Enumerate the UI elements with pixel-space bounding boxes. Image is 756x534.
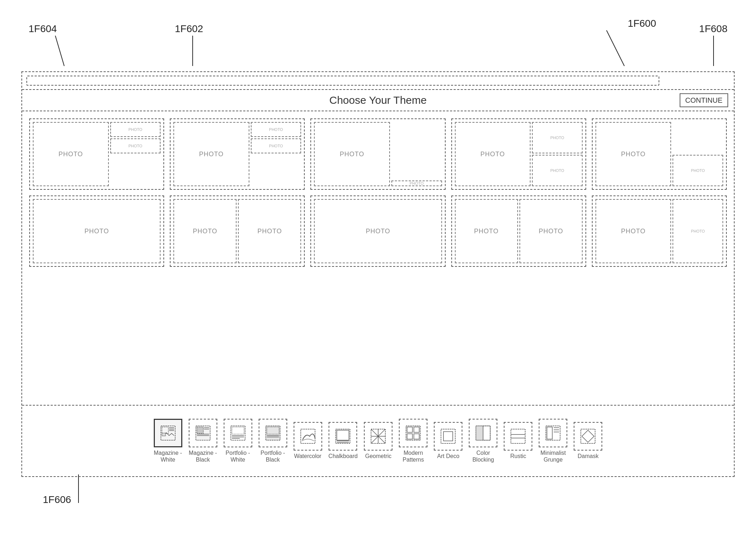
photo-main: PHOTO [455, 122, 531, 186]
photo-main: PHOTO [33, 199, 161, 263]
magazine-black-label: Magazine -Black [189, 449, 217, 463]
photo-small: PHOTO [110, 122, 161, 137]
photo-small: PHOTO [532, 155, 583, 186]
label-1F604: 1F604 [29, 23, 57, 35]
magazine-black-icon [189, 419, 217, 447]
continue-button[interactable]: CONTINUE [680, 93, 728, 107]
art-deco-svg [439, 427, 457, 445]
geometric-svg [369, 427, 387, 445]
watercolor-label: Watercolor [294, 453, 321, 459]
photo-small: PHOTO [391, 180, 442, 186]
chalkboard-svg [334, 427, 352, 445]
svg-rect-29 [336, 429, 350, 443]
art-deco-label: Art Deco [437, 453, 459, 459]
minimalist-grunge-svg [544, 424, 562, 442]
diagram-wrapper: Choose Your Theme CONTINUE PHOTO PHOTO P… [21, 71, 735, 477]
svg-rect-51 [546, 426, 560, 440]
watercolor-icon [294, 422, 322, 451]
modern-patterns-label: ModernPatterns [403, 449, 424, 463]
theme-card-r2-4[interactable]: PHOTO PHOTO [451, 195, 586, 267]
svg-rect-44 [443, 432, 453, 441]
photo-small: PHOTO [532, 122, 583, 153]
theme-item-portfolio-black[interactable]: Portfolio -Black [259, 419, 287, 463]
rustic-icon [504, 422, 532, 451]
theme-grid: PHOTO PHOTO PHOTO PHOTO PHOTO PHOTO [29, 118, 727, 267]
theme-item-magazine-white[interactable]: Magazine -White [154, 419, 182, 463]
theme-card-r1-3[interactable]: PHOTO PHOTO [310, 118, 445, 190]
theme-item-minimalist-grunge[interactable]: MinimalistGrunge [539, 419, 567, 463]
svg-rect-48 [511, 429, 525, 443]
photo-main: PHOTO [173, 122, 249, 186]
theme-item-geometric[interactable]: Geometric [364, 422, 392, 459]
portfolio-black-icon [259, 419, 287, 447]
label-1F608: 1F608 [699, 23, 727, 35]
photo-main: PHOTO [33, 122, 109, 186]
svg-line-2 [607, 30, 624, 66]
svg-rect-38 [406, 426, 420, 440]
minimalist-grunge-icon [539, 419, 567, 447]
photo-main: PHOTO [173, 199, 237, 263]
photo-small: PHOTO [110, 138, 161, 153]
theme-card-r2-3[interactable]: PHOTO [310, 195, 445, 267]
theme-card-r1-5[interactable]: PHOTO PHOTO [592, 118, 727, 190]
svg-rect-30 [337, 430, 349, 440]
theme-item-magazine-black[interactable]: Magazine -Black [189, 419, 217, 463]
portfolio-white-label: Portfolio -White [225, 449, 250, 463]
svg-line-0 [55, 36, 64, 66]
portfolio-black-label: Portfolio -Black [260, 449, 285, 463]
theme-selector: Magazine -White Magazine -Black [22, 405, 734, 476]
label-1F600: 1F600 [628, 18, 656, 29]
svg-rect-10 [162, 433, 166, 436]
svg-rect-46 [476, 426, 483, 440]
modern-patterns-svg [404, 424, 422, 442]
theme-card-r2-5[interactable]: PHOTO PHOTO [592, 195, 727, 267]
watercolor-svg [299, 427, 317, 445]
svg-rect-42 [414, 434, 419, 439]
svg-rect-23 [266, 426, 280, 440]
rustic-svg [509, 427, 527, 445]
svg-rect-19 [232, 427, 244, 434]
geometric-icon [364, 422, 392, 451]
theme-card-r1-4[interactable]: PHOTO PHOTO PHOTO [451, 118, 586, 190]
damask-icon [574, 422, 602, 451]
photo-main: PHOTO [519, 199, 583, 263]
portfolio-white-icon [224, 419, 252, 447]
theme-item-color-blocking[interactable]: ColorBlocking [469, 419, 497, 463]
geometric-label: Geometric [365, 453, 392, 459]
label-1F602: 1F602 [175, 23, 203, 35]
theme-item-portfolio-white[interactable]: Portfolio -White [224, 419, 252, 463]
svg-rect-40 [414, 427, 419, 432]
photo-small: PHOTO [251, 138, 301, 153]
color-blocking-svg [474, 424, 492, 442]
theme-card-r2-2[interactable]: PHOTO PHOTO [170, 195, 305, 267]
theme-item-modern-patterns[interactable]: ModernPatterns [399, 419, 427, 463]
svg-rect-41 [407, 434, 412, 439]
photo-main: PHOTO [238, 199, 301, 263]
damask-label: Damask [578, 453, 599, 459]
svg-rect-15 [196, 426, 210, 440]
svg-rect-47 [483, 426, 490, 440]
theme-item-damask[interactable]: Damask [574, 422, 602, 459]
theme-item-watercolor[interactable]: Watercolor [294, 422, 322, 459]
theme-card-r1-1[interactable]: PHOTO PHOTO PHOTO [29, 118, 164, 190]
theme-item-rustic[interactable]: Rustic [504, 422, 532, 459]
photo-small: PHOTO [673, 155, 723, 186]
photo-main: PHOTO [595, 199, 671, 263]
magazine-white-icon [154, 419, 182, 447]
magazine-white-label: Magazine -White [154, 449, 182, 463]
header-title: Choose Your Theme [329, 94, 427, 106]
top-bar [22, 72, 734, 90]
theme-grid-area: PHOTO PHOTO PHOTO PHOTO PHOTO PHOTO [22, 111, 734, 405]
svg-rect-6 [162, 427, 168, 433]
rustic-label: Rustic [510, 453, 526, 459]
svg-rect-43 [441, 429, 455, 443]
theme-item-chalkboard[interactable]: Chalkboard [329, 422, 358, 459]
theme-card-r1-2[interactable]: PHOTO PHOTO PHOTO [170, 118, 305, 190]
theme-card-r2-1[interactable]: PHOTO [29, 195, 164, 267]
svg-rect-39 [407, 427, 412, 432]
theme-item-art-deco[interactable]: Art Deco [434, 422, 462, 459]
portfolio-black-svg [264, 424, 282, 442]
svg-rect-56 [581, 429, 595, 443]
progress-bar [26, 76, 659, 86]
photo-main: PHOTO [595, 122, 671, 186]
